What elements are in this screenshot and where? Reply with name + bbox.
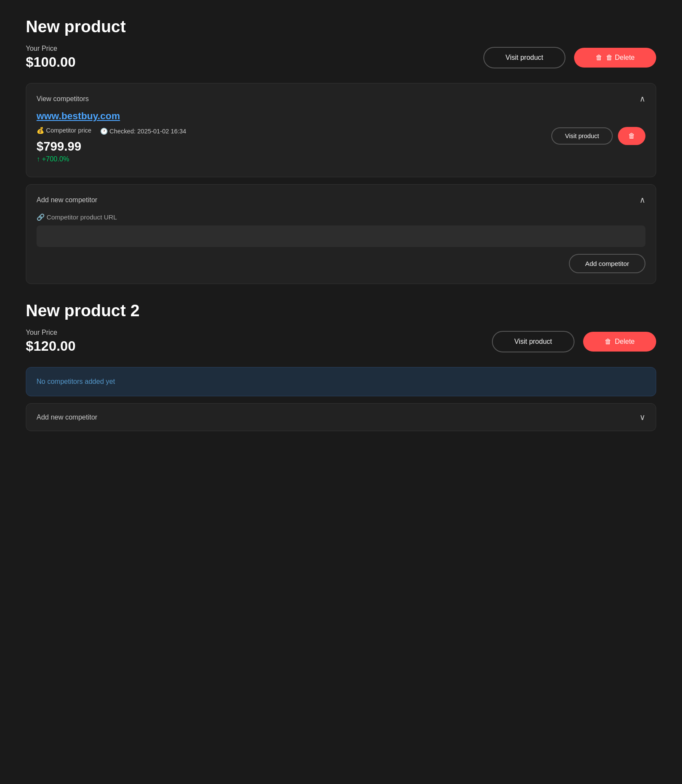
trash-icon-competitor: 🗑 (628, 132, 635, 140)
competitor-price-value: $799.99 (37, 139, 541, 154)
product-1-section: New product Your Price $100.00 Visit pro… (26, 17, 656, 284)
product-2-your-price-value: $120.00 (26, 338, 483, 354)
product-1-header: Your Price $100.00 Visit product 🗑 🗑 Del… (26, 45, 656, 70)
no-competitors-text: No competitors added yet (37, 378, 115, 385)
competitor-meta: 💰 Competitor price 🕐 Checked: 2025-01-02… (37, 127, 645, 163)
competitor-price-info: 💰 Competitor price 🕐 Checked: 2025-01-02… (37, 127, 541, 163)
chevron-down-icon-2: ∨ (639, 412, 645, 422)
chevron-up-icon: ∧ (639, 94, 645, 104)
add-competitor-form: 🔗 Competitor product URL Add competitor (37, 213, 645, 273)
competitor-price-label: 💰 Competitor price (37, 127, 92, 134)
competitor-delete-button[interactable]: 🗑 (618, 127, 645, 145)
competitor-checked: 🕐 Checked: 2025-01-02 16:34 (100, 128, 186, 135)
competitor-visit-button[interactable]: Visit product (551, 127, 613, 145)
competitor-actions: Visit product 🗑 (551, 127, 645, 145)
competitor-url-input[interactable] (37, 225, 645, 247)
add-new-competitor-card-1: Add new competitor ∧ 🔗 Competitor produc… (26, 184, 656, 284)
add-new-competitor-collapsed-2[interactable]: Add new competitor ∨ (26, 403, 656, 431)
competitor-url-link[interactable]: www.bestbuy.com (37, 111, 645, 122)
view-competitors-header[interactable]: View competitors ∧ (37, 94, 645, 104)
product-1-title: New product (26, 17, 656, 36)
product-2-header: Your Price $120.00 Visit product 🗑 Delet… (26, 329, 656, 354)
product-2-price-block: Your Price $120.00 (26, 329, 483, 354)
product-2-title: New product 2 (26, 301, 656, 320)
product-1-delete-label: 🗑 Delete (606, 54, 635, 62)
product-2-delete-label: Delete (615, 338, 635, 346)
product-1-visit-button[interactable]: Visit product (483, 47, 566, 68)
add-competitor-footer: Add competitor (37, 254, 645, 273)
product-1-price-block: Your Price $100.00 (26, 45, 475, 70)
add-competitor-chevron-1: ∧ (639, 195, 645, 205)
no-competitors-card: No competitors added yet (26, 367, 656, 396)
product-2-visit-button[interactable]: Visit product (492, 331, 574, 352)
product-2-section: New product 2 Your Price $120.00 Visit p… (26, 301, 656, 431)
add-competitor-title-1: Add new competitor (37, 196, 97, 204)
view-competitors-card: View competitors ∧ www.bestbuy.com 💰 Com… (26, 83, 656, 177)
product-1-your-price-label: Your Price (26, 45, 475, 52)
url-input-label: 🔗 Competitor product URL (37, 213, 645, 221)
product-2-your-price-label: Your Price (26, 329, 483, 336)
view-competitors-title: View competitors (37, 95, 89, 103)
trash-icon-1: 🗑 (596, 54, 602, 62)
add-competitor-header-1[interactable]: Add new competitor ∧ (37, 195, 645, 205)
add-competitor-button[interactable]: Add competitor (569, 254, 645, 273)
product-2-delete-button[interactable]: 🗑 Delete (583, 332, 656, 352)
price-change: ↑ +700.0% (37, 155, 541, 163)
product-1-your-price-value: $100.00 (26, 54, 475, 70)
trash-icon-2: 🗑 (605, 338, 611, 346)
add-new-competitor-label-2: Add new competitor (37, 414, 97, 421)
product-1-delete-button[interactable]: 🗑 🗑 Delete (574, 48, 656, 68)
